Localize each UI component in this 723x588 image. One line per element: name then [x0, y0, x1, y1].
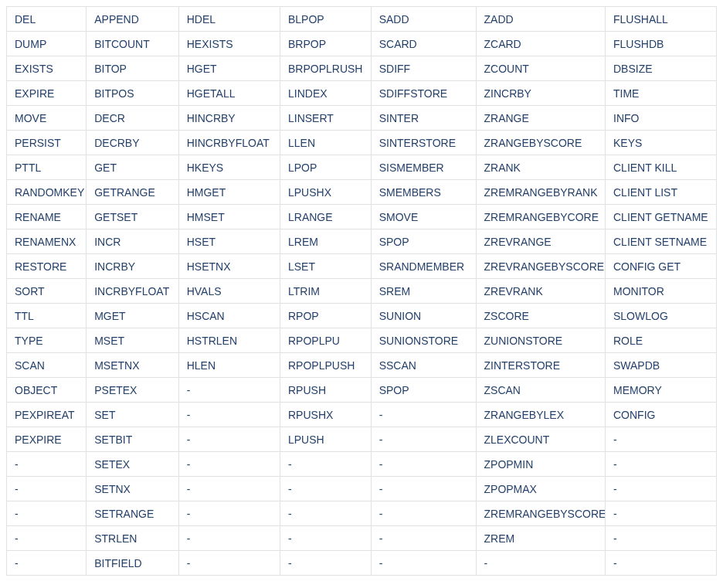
table-cell: SISMEMBER	[371, 155, 476, 180]
table-cell: ZPOPMAX	[476, 477, 606, 501]
table-cell: BITCOUNT	[87, 32, 179, 56]
table-cell: SUNIONSTORE	[371, 328, 476, 353]
table-cell: -	[7, 501, 87, 526]
table-cell: -	[371, 452, 476, 477]
table-cell: ZCOUNT	[476, 56, 606, 81]
table-cell: MSETNX	[87, 353, 179, 378]
table-row: SORTINCRBYFLOATHVALSLTRIMSREMZREVRANKMON…	[7, 279, 717, 304]
table-cell: MSET	[87, 328, 179, 353]
table-cell: BLPOP	[280, 7, 371, 32]
table-cell: ZINTERSTORE	[476, 353, 606, 378]
table-cell: -	[280, 452, 371, 477]
commands-table: DELAPPENDHDELBLPOPSADDZADDFLUSHALLDUMPBI…	[6, 6, 717, 576]
table-cell: SORT	[7, 279, 87, 304]
table-cell: HINCRBY	[178, 106, 280, 131]
table-cell: LSET	[280, 254, 371, 279]
table-cell: ZRANGEBYSCORE	[476, 131, 606, 155]
table-cell: EXPIRE	[7, 81, 87, 106]
table-cell: BITFIELD	[87, 551, 179, 576]
table-row: -SETNX---ZPOPMAX-	[7, 477, 717, 501]
table-row: PEXPIREATSET-RPUSHX-ZRANGEBYLEXCONFIG	[7, 403, 717, 427]
table-cell: ZLEXCOUNT	[476, 427, 606, 452]
table-cell: BITPOS	[87, 81, 179, 106]
table-cell: ZCARD	[476, 32, 606, 56]
table-cell: -	[178, 378, 280, 403]
table-cell: PSETEX	[87, 378, 179, 403]
table-cell: LTRIM	[280, 279, 371, 304]
table-cell: -	[178, 501, 280, 526]
table-cell: HINCRBYFLOAT	[178, 131, 280, 155]
table-cell: KEYS	[606, 131, 717, 155]
table-cell: -	[280, 551, 371, 576]
table-cell: INCRBY	[87, 254, 179, 279]
table-cell: APPEND	[87, 7, 179, 32]
table-cell: -	[371, 551, 476, 576]
table-cell: GET	[87, 155, 179, 180]
table-cell: MONITOR	[606, 279, 717, 304]
table-cell: SRANDMEMBER	[371, 254, 476, 279]
table-cell: SPOP	[371, 229, 476, 254]
table-row: DELAPPENDHDELBLPOPSADDZADDFLUSHALL	[7, 7, 717, 32]
table-cell: PERSIST	[7, 131, 87, 155]
table-cell: ZREVRANK	[476, 279, 606, 304]
table-cell: RANDOMKEY	[7, 180, 87, 205]
table-cell: GETRANGE	[87, 180, 179, 205]
table-cell: -	[606, 501, 717, 526]
table-row: -BITFIELD-----	[7, 551, 717, 576]
table-cell: -	[178, 403, 280, 427]
table-cell: -	[280, 477, 371, 501]
table-cell: ZADD	[476, 7, 606, 32]
table-cell: ZREVRANGEBYSCORE	[476, 254, 606, 279]
table-cell: DBSIZE	[606, 56, 717, 81]
table-row: MOVEDECRHINCRBYLINSERTSINTERZRANGEINFO	[7, 106, 717, 131]
table-row: TYPEMSETHSTRLENRPOPLPUSUNIONSTOREZUNIONS…	[7, 328, 717, 353]
table-cell: PEXPIREAT	[7, 403, 87, 427]
table-cell: BRPOP	[280, 32, 371, 56]
table-cell: SDIFF	[371, 56, 476, 81]
table-cell: ZREMRANGEBYSCORE	[476, 501, 606, 526]
table-cell: SINTERSTORE	[371, 131, 476, 155]
table-cell: LREM	[280, 229, 371, 254]
table-cell: ZREM	[476, 526, 606, 551]
table-cell: HSET	[178, 229, 280, 254]
table-cell: -	[476, 551, 606, 576]
table-cell: GETSET	[87, 205, 179, 229]
table-cell: SLOWLOG	[606, 304, 717, 328]
table-cell: ZUNIONSTORE	[476, 328, 606, 353]
table-cell: DECRBY	[87, 131, 179, 155]
table-cell: BRPOPLRUSH	[280, 56, 371, 81]
table-cell: SCARD	[371, 32, 476, 56]
table-cell: -	[606, 452, 717, 477]
table-cell: LINSERT	[280, 106, 371, 131]
table-cell: -	[280, 501, 371, 526]
table-cell: -	[7, 526, 87, 551]
table-cell: SUNION	[371, 304, 476, 328]
table-cell: RPUSHX	[280, 403, 371, 427]
table-cell: LPOP	[280, 155, 371, 180]
table-cell: SWAPDB	[606, 353, 717, 378]
table-cell: INCRBYFLOAT	[87, 279, 179, 304]
table-cell: ZINCRBY	[476, 81, 606, 106]
table-row: EXISTSBITOPHGETBRPOPLRUSHSDIFFZCOUNTDBSI…	[7, 56, 717, 81]
table-cell: LINDEX	[280, 81, 371, 106]
table-cell: CLIENT GETNAME	[606, 205, 717, 229]
table-row: EXPIREBITPOSHGETALLLINDEXSDIFFSTOREZINCR…	[7, 81, 717, 106]
table-cell: ZREMRANGEBYCORE	[476, 205, 606, 229]
table-cell: SET	[87, 403, 179, 427]
table-row: RENAMEGETSETHMSETLRANGESMOVEZREMRANGEBYC…	[7, 205, 717, 229]
table-cell: HLEN	[178, 353, 280, 378]
table-cell: ZRANGE	[476, 106, 606, 131]
table-cell: CONFIG GET	[606, 254, 717, 279]
table-row: RESTOREINCRBYHSETNXLSETSRANDMEMBERZREVRA…	[7, 254, 717, 279]
table-cell: HKEYS	[178, 155, 280, 180]
table-cell: DEL	[7, 7, 87, 32]
table-cell: EXISTS	[7, 56, 87, 81]
table-cell: -	[178, 452, 280, 477]
table-cell: RPUSH	[280, 378, 371, 403]
table-cell: ZREVRANGE	[476, 229, 606, 254]
table-cell: -	[371, 501, 476, 526]
table-cell: SPOP	[371, 378, 476, 403]
table-cell: MOVE	[7, 106, 87, 131]
table-cell: TYPE	[7, 328, 87, 353]
table-cell: RPOP	[280, 304, 371, 328]
